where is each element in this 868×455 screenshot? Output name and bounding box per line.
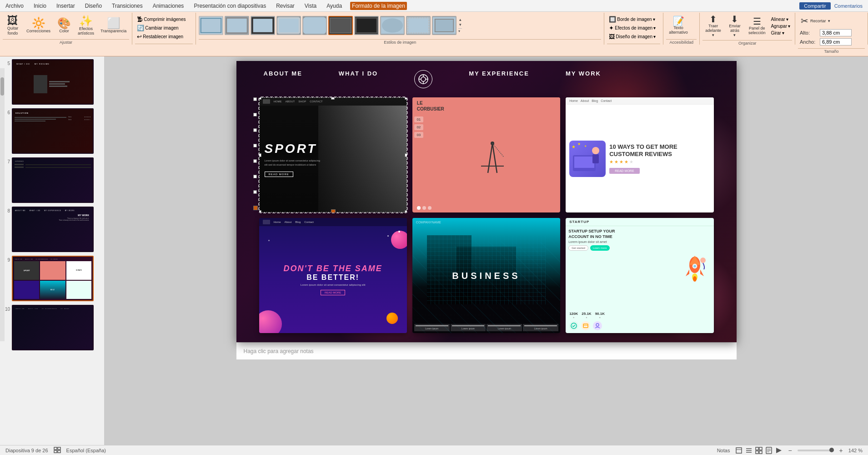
startup-getstarted-btn[interactable]: Get started [568, 245, 588, 251]
canvas-area[interactable]: ABOUT ME WHAT I DO MY EXPERI [105, 56, 868, 445]
menu-presentacion[interactable]: Presentación con diapositivas [192, 2, 268, 10]
ways-read-more[interactable]: READ MORE [609, 168, 639, 174]
img-style-7[interactable] [354, 16, 379, 35]
corbusier-body: 01 02 03 [412, 115, 560, 203]
slide-8-preview[interactable]: ABOUT MEWHAT I DOMY EXPERIENCEMY WORK MY… [12, 207, 94, 252]
ancho-input[interactable] [820, 38, 852, 46]
card-ways[interactable]: HomeAboutBlogContact [566, 97, 713, 212]
menu-inicio[interactable]: Inicio [32, 2, 48, 10]
img-style-1[interactable] [199, 16, 223, 35]
startup-icon-2 [581, 321, 590, 330]
slide-thumb-5[interactable]: 5 WHAT I DOMY RESUME [2, 58, 102, 106]
slide-thumb-8[interactable]: 8 ABOUT MEWHAT I DOMY EXPERIENCEMY WORK … [2, 206, 102, 253]
btn-texto-alt[interactable]: 📝 Textoalternativo [666, 15, 691, 36]
btn-color[interactable]: 🎨 Color [54, 16, 74, 35]
btn-correcciones[interactable]: 🔆 Correcciones [24, 16, 53, 35]
notes-bar: Haga clic para agregar notas [236, 342, 737, 359]
slide-5-preview[interactable]: WHAT I DOMY RESUME [12, 59, 94, 105]
menu-vista[interactable]: Vista [303, 2, 318, 10]
btn-girar[interactable]: Girar▾ [769, 30, 792, 36]
sport-body: SPORT Lorem ipsum dolor sit amet consect… [259, 106, 407, 212]
zoom-in-btn[interactable]: + [839, 447, 843, 454]
img-style-3[interactable] [251, 16, 275, 35]
menu-diseno[interactable]: Diseño [83, 2, 104, 10]
btn-cambiar[interactable]: 🔄Cambiar imagen [135, 24, 187, 32]
img-style-6[interactable] [328, 16, 353, 35]
slide-thumb-6[interactable]: 6 SOLUTION Items★★★★★ Items★★★★☆ [2, 107, 102, 155]
img-style-5[interactable] [302, 16, 327, 35]
share-button[interactable]: Compartir [799, 2, 830, 10]
btn-transparencia[interactable]: ⬜ Transparencia [98, 16, 129, 35]
normal-view-icon[interactable] [54, 447, 61, 454]
handle-ext-3[interactable] [253, 128, 257, 132]
card-business[interactable]: COMPANYNAME BUSINESS Lorem ipsum Lorem i… [412, 218, 560, 333]
card-sport[interactable]: ↻ HOME ABOUT SHOP [259, 97, 407, 212]
menu-insertar[interactable]: Insertar [55, 2, 77, 10]
btn-agrupar[interactable]: Agrupar▾ [769, 23, 792, 30]
styles-scroll[interactable]: ▲ ▼ ▾ [458, 17, 462, 34]
present-btn[interactable] [775, 447, 783, 454]
svg-rect-47 [583, 324, 588, 328]
card-space[interactable]: Home About Blog Contact DO [259, 218, 407, 333]
reading-view-btn[interactable] [765, 447, 773, 454]
handle-ext-red[interactable] [253, 206, 258, 210]
slide-9-preview[interactable]: ABOUT MEWHAT I DOMY EXPERIENCEMY WORK SP… [12, 256, 94, 301]
btn-enviar[interactable]: ⬇ Enviaratrás▾ [725, 13, 745, 39]
btn-comprimir[interactable]: 🗜Comprimir imágenes [135, 15, 187, 24]
handle-ext-5[interactable] [253, 159, 257, 163]
handle-ext-6[interactable] [253, 175, 257, 178]
zoom-slider[interactable] [798, 450, 834, 451]
menu-archivo[interactable]: Archivo [4, 2, 25, 10]
card-startup[interactable]: STARTUP STARTUP SETUP YOURACCOUNT IN NO … [566, 218, 713, 333]
card-corbusier[interactable]: LECORBUSIER 01 02 03 [412, 97, 560, 212]
menu-revisar[interactable]: Revisar [274, 2, 296, 10]
btn-panel-sel[interactable]: ☰ Panel deselección [746, 15, 768, 37]
btn-quitar-fondo[interactable]: 🖼 Quitarfondo [3, 13, 23, 38]
ways-body: ★ ★ ★ 10 WAYS TO GET MORE CUSTOMER REVIE… [566, 105, 713, 212]
slide-6-preview[interactable]: SOLUTION Items★★★★★ Items★★★★☆ [12, 108, 94, 154]
menu-transiciones[interactable]: Transiciones [110, 2, 145, 10]
btn-traer[interactable]: ⬆ Traeradelante▾ [702, 13, 724, 39]
zoom-thumb[interactable] [829, 448, 834, 452]
slide-thumb-9[interactable]: 9 ABOUT MEWHAT I DOMY EXPERIENCEMY WORK … [2, 255, 102, 302]
slide-10-preview[interactable]: ABOUT MEWHAT I DOMY EXPERIENCEMY WORK [12, 305, 94, 350]
slide-thumb-7[interactable]: 7 EXPERIENCE [2, 157, 102, 204]
handle-ext-1[interactable] [253, 97, 257, 101]
outline-view-btn[interactable] [745, 447, 753, 454]
scroll-bar[interactable] [0, 68, 5, 341]
comments-button[interactable]: Comentarios [834, 3, 863, 9]
menu-formato[interactable]: Formato de la imagen [350, 2, 407, 10]
img-style-2[interactable] [225, 16, 249, 35]
startup-learnmore-btn[interactable]: Learn more [590, 245, 610, 251]
img-style-10[interactable] [432, 16, 457, 35]
handle-ext-4[interactable] [253, 144, 257, 147]
btn-efectos-art[interactable]: ✨ Efectosartísticos [75, 14, 97, 37]
slide-sorter-btn[interactable] [755, 447, 763, 454]
normal-view-btn[interactable] [735, 447, 743, 454]
handle-ext-7[interactable] [253, 190, 257, 194]
img-style-9[interactable] [406, 16, 431, 35]
nav-about: ABOUT ME [264, 70, 302, 88]
btn-borde[interactable]: 🔲Borde de imagen▾ [607, 15, 657, 24]
btn-recortar[interactable]: ✂ Recortar▾ [798, 15, 833, 27]
btn-efectos-img[interactable]: ✦Efectos de imagen▾ [607, 24, 657, 32]
img-style-8[interactable] [380, 16, 405, 35]
slide-7-preview[interactable]: EXPERIENCE [12, 157, 94, 203]
slide-canvas: ABOUT ME WHAT I DO MY EXPERI [236, 61, 737, 342]
slide-thumb-10[interactable]: 10 ABOUT MEWHAT I DOMY EXPERIENCEMY WORK [2, 304, 102, 351]
space-read-more[interactable]: READ MORE [321, 290, 345, 295]
sport-read-more-btn[interactable]: READ MORE [265, 172, 293, 177]
biz-footer: Lorem ipsum Lorem ipsum Lorem ipsum Lore… [412, 322, 560, 333]
ribbon-group-ajustar: 🖼 Quitarfondo 🔆 Correcciones 🎨 Color ✨ E… [0, 13, 132, 45]
notes-placeholder[interactable]: Haga clic para agregar notas [244, 348, 314, 354]
img-style-4[interactable] [276, 16, 301, 35]
btn-alinear[interactable]: Alinear▾ [769, 16, 792, 23]
menu-ayuda[interactable]: Ayuda [325, 2, 344, 10]
notes-btn[interactable]: Notas [717, 448, 730, 453]
zoom-out-btn[interactable]: − [788, 447, 792, 454]
btn-diseno-img[interactable]: 🖼Diseño de imagen▾ [607, 32, 657, 41]
menu-animaciones[interactable]: Animaciones [151, 2, 186, 10]
btn-restablecer[interactable]: ↩Restablecer imagen [135, 32, 187, 41]
alto-input[interactable] [820, 29, 852, 36]
handle-ext-2[interactable] [253, 113, 257, 116]
